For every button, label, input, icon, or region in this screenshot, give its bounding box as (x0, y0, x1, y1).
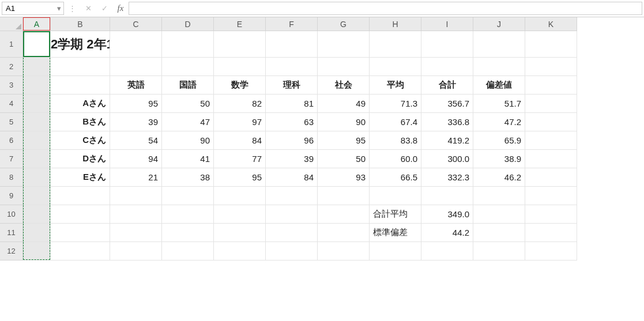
cell-H11[interactable]: 標準偏差 (370, 224, 421, 242)
cell-D9[interactable] (162, 187, 214, 205)
cell-K12[interactable] (525, 242, 577, 260)
cell-D1[interactable] (162, 31, 214, 58)
cell-G7[interactable]: 50 (318, 150, 370, 168)
cell-A5[interactable] (23, 113, 51, 131)
cell-F1[interactable] (266, 31, 318, 58)
cell-E1[interactable] (214, 31, 266, 58)
cell-H12[interactable] (370, 242, 421, 260)
cell-J6[interactable]: 65.9 (473, 131, 525, 150)
cell-H2[interactable] (370, 58, 421, 76)
cell-I9[interactable] (421, 187, 473, 205)
cell-J11[interactable] (473, 224, 525, 242)
insert-function-button[interactable]: fx (112, 0, 129, 17)
cell-K8[interactable] (525, 168, 577, 187)
cell-E2[interactable] (214, 58, 266, 76)
column-header-B[interactable]: B (51, 17, 110, 31)
cell-I4[interactable]: 356.7 (421, 95, 473, 113)
cell-D11[interactable] (162, 224, 214, 242)
cell-I8[interactable]: 332.3 (421, 168, 473, 187)
cell-I12[interactable] (421, 242, 473, 260)
column-header-E[interactable]: E (214, 17, 266, 31)
cell-E4[interactable]: 82 (214, 95, 266, 113)
cell-G11[interactable] (318, 224, 370, 242)
cell-A7[interactable] (23, 150, 51, 168)
cell-J10[interactable] (473, 205, 525, 224)
cell-F8[interactable]: 84 (266, 168, 318, 187)
cell-D8[interactable]: 38 (162, 168, 214, 187)
row-header-6[interactable]: 6 (0, 131, 23, 150)
cell-F2[interactable] (266, 58, 318, 76)
cell-B4[interactable]: Aさん (51, 95, 110, 113)
cell-K6[interactable] (525, 131, 577, 150)
cell-K2[interactable] (525, 58, 577, 76)
cell-C10[interactable] (110, 205, 162, 224)
cell-D4[interactable]: 50 (162, 95, 214, 113)
cell-H5[interactable]: 67.4 (370, 113, 421, 131)
cell-G5[interactable]: 90 (318, 113, 370, 131)
cell-C7[interactable]: 94 (110, 150, 162, 168)
cell-J7[interactable]: 38.9 (473, 150, 525, 168)
cell-C1[interactable] (110, 31, 162, 58)
cell-F4[interactable]: 81 (266, 95, 318, 113)
cancel-button[interactable]: ✕ (80, 0, 96, 17)
cell-F10[interactable] (266, 205, 318, 224)
cell-E6[interactable]: 84 (214, 131, 266, 150)
row-header-4[interactable]: 4 (0, 95, 23, 113)
cell-K3[interactable] (525, 76, 577, 95)
cell-B2[interactable] (51, 58, 110, 76)
cell-K4[interactable] (525, 95, 577, 113)
cell-I3[interactable]: 合計 (421, 76, 473, 95)
cell-D2[interactable] (162, 58, 214, 76)
cell-B1[interactable]: 2学期 2年1組 中間試験成績表 (51, 31, 110, 58)
cell-I11[interactable]: 44.2 (421, 224, 473, 242)
cell-D3[interactable]: 国語 (162, 76, 214, 95)
cell-A1[interactable] (23, 31, 51, 58)
spreadsheet-grid[interactable]: A B C D E F G H I J K 1 2学期 2年1組 中間試験成績表… (0, 17, 644, 260)
cell-B12[interactable] (51, 242, 110, 260)
cell-J1[interactable] (473, 31, 525, 58)
cell-J2[interactable] (473, 58, 525, 76)
cell-A8[interactable] (23, 168, 51, 187)
cell-H8[interactable]: 66.5 (370, 168, 421, 187)
cell-F11[interactable] (266, 224, 318, 242)
cell-H9[interactable] (370, 187, 421, 205)
cell-A10[interactable] (23, 205, 51, 224)
cell-E9[interactable] (214, 187, 266, 205)
cell-B9[interactable] (51, 187, 110, 205)
column-header-C[interactable]: C (110, 17, 162, 31)
row-header-1[interactable]: 1 (0, 31, 23, 58)
cell-G2[interactable] (318, 58, 370, 76)
cell-B3[interactable] (51, 76, 110, 95)
cell-A4[interactable] (23, 95, 51, 113)
cell-D6[interactable]: 90 (162, 131, 214, 150)
cell-C2[interactable] (110, 58, 162, 76)
formula-input[interactable] (129, 2, 642, 15)
cell-E5[interactable]: 97 (214, 113, 266, 131)
cell-J9[interactable] (473, 187, 525, 205)
row-header-8[interactable]: 8 (0, 168, 23, 187)
cell-C3[interactable]: 英語 (110, 76, 162, 95)
cell-I1[interactable] (421, 31, 473, 58)
column-header-D[interactable]: D (162, 17, 214, 31)
cell-B7[interactable]: Dさん (51, 150, 110, 168)
cell-A2[interactable] (23, 58, 51, 76)
cell-E3[interactable]: 数学 (214, 76, 266, 95)
cell-D7[interactable]: 41 (162, 150, 214, 168)
cell-K1[interactable] (525, 31, 577, 58)
column-header-A[interactable]: A (23, 17, 51, 31)
cell-H7[interactable]: 60.0 (370, 150, 421, 168)
row-header-11[interactable]: 11 (0, 224, 23, 242)
cell-B11[interactable] (51, 224, 110, 242)
cell-K11[interactable] (525, 224, 577, 242)
cell-A6[interactable] (23, 131, 51, 150)
cell-G3[interactable]: 社会 (318, 76, 370, 95)
column-header-F[interactable]: F (266, 17, 318, 31)
column-header-H[interactable]: H (370, 17, 421, 31)
cell-H1[interactable] (370, 31, 421, 58)
cell-G8[interactable]: 93 (318, 168, 370, 187)
cell-B6[interactable]: Cさん (51, 131, 110, 150)
cell-C5[interactable]: 39 (110, 113, 162, 131)
cell-C8[interactable]: 21 (110, 168, 162, 187)
cell-E11[interactable] (214, 224, 266, 242)
cell-K5[interactable] (525, 113, 577, 131)
